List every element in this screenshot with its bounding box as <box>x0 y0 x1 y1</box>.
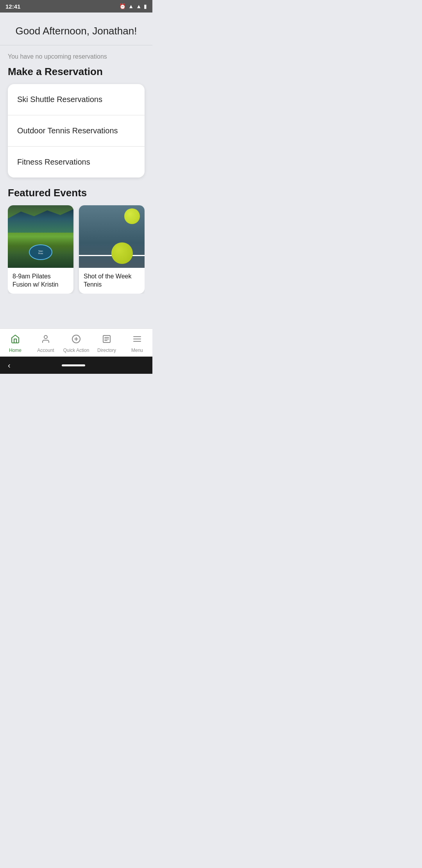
nav-quick-action-label: Quick Action <box>63 348 89 353</box>
alarm-icon: ⏰ <box>119 3 126 9</box>
main-content: Good Afternoon, Jonathan! You have no up… <box>0 13 152 328</box>
signal-icon: ▲ <box>136 3 141 9</box>
teton-pines-logo: TetonPines <box>29 244 52 260</box>
status-icons: ⏰ ▲ ▲ ▮ <box>119 3 147 9</box>
featured-events-section: Featured Events TetonPines 8-9am Pilates… <box>0 178 152 300</box>
featured-events-title: Featured Events <box>8 187 145 199</box>
home-icon <box>11 334 20 346</box>
ski-shuttle-reservation-item[interactable]: Ski Shuttle Reservations <box>8 84 145 115</box>
bottom-nav: Home Account Quick Action <box>0 328 152 357</box>
tennis-ball-top <box>124 208 140 224</box>
pilates-event-image: TetonPines <box>8 205 73 268</box>
events-row: TetonPines 8-9am Pilates Fusion w/ Krist… <box>8 205 145 294</box>
fitness-reservation-item[interactable]: Fitness Reservations <box>8 147 145 178</box>
menu-icon <box>132 334 142 346</box>
nav-account[interactable]: Account <box>30 334 61 353</box>
reservation-section-title: Make a Reservation <box>0 62 152 84</box>
nav-account-label: Account <box>37 348 54 353</box>
tennis-event-info: Shot of the Week Tennis <box>79 268 145 294</box>
wifi-icon: ▲ <box>128 3 134 9</box>
home-gesture-bar[interactable] <box>62 364 85 366</box>
tennis-event-card[interactable]: Shot of the Week Tennis <box>79 205 145 294</box>
logo-text: TetonPines <box>38 250 43 255</box>
pilates-event-info: 8-9am Pilates Fusion w/ Kristin <box>8 268 73 294</box>
nav-quick-action[interactable]: Quick Action <box>61 334 91 353</box>
greeting-section: Good Afternoon, Jonathan! <box>0 13 152 45</box>
status-time: 12:41 <box>5 3 20 10</box>
nav-menu-label: Menu <box>131 348 143 353</box>
tennis-event-image <box>79 205 145 268</box>
nav-directory-label: Directory <box>97 348 116 353</box>
quick-action-icon <box>72 334 81 346</box>
nav-home[interactable]: Home <box>0 334 30 353</box>
pilates-event-title: 8-9am Pilates Fusion w/ Kristin <box>13 273 69 289</box>
no-reservations-text: You have no upcoming reservations <box>8 53 145 60</box>
system-bar: ‹ <box>0 357 152 374</box>
greeting-text: Good Afternoon, Jonathan! <box>8 25 145 37</box>
status-bar: 12:41 ⏰ ▲ ▲ ▮ <box>0 0 152 13</box>
svg-point-0 <box>44 335 47 339</box>
tennis-event-title: Shot of the Week Tennis <box>84 273 140 289</box>
outdoor-tennis-reservation-item[interactable]: Outdoor Tennis Reservations <box>8 115 145 147</box>
no-reservations-section: You have no upcoming reservations <box>0 45 152 62</box>
battery-icon: ▮ <box>144 3 147 9</box>
account-icon <box>41 334 50 346</box>
fitness-label: Fitness Reservations <box>17 158 90 166</box>
directory-icon <box>102 334 111 346</box>
tennis-ball-bottom <box>111 242 133 264</box>
nav-directory[interactable]: Directory <box>91 334 122 353</box>
reservation-card: Ski Shuttle Reservations Outdoor Tennis … <box>8 84 145 178</box>
nav-menu[interactable]: Menu <box>122 334 152 353</box>
nav-home-label: Home <box>9 348 21 353</box>
back-button[interactable]: ‹ <box>8 361 11 370</box>
outdoor-tennis-label: Outdoor Tennis Reservations <box>17 126 118 135</box>
pilates-event-card[interactable]: TetonPines 8-9am Pilates Fusion w/ Krist… <box>8 205 73 294</box>
ski-shuttle-label: Ski Shuttle Reservations <box>17 95 102 104</box>
